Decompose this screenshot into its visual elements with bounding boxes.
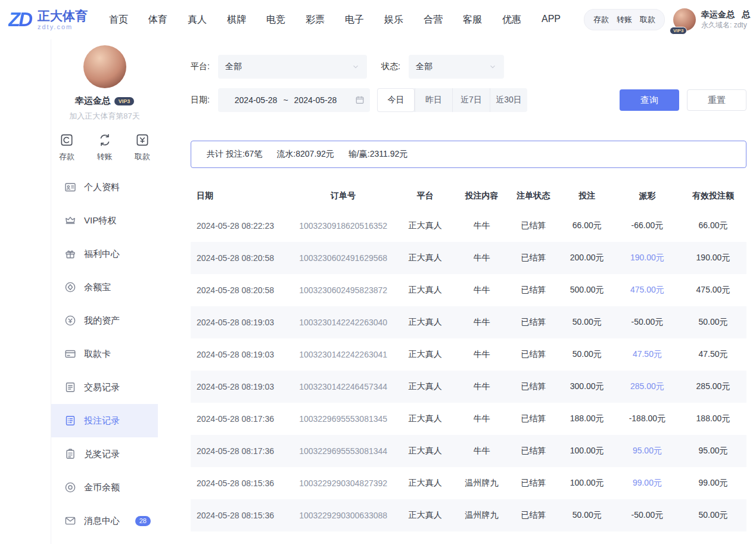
unread-count-badge: 28	[135, 516, 151, 526]
deposit-icon	[59, 132, 74, 148]
cell-payout: 190.00元	[615, 242, 680, 274]
transactions-icon	[64, 381, 76, 393]
topnav-item-棋牌[interactable]: 棋牌	[227, 14, 246, 26]
cell-order-number: 1003229695553081345	[292, 403, 395, 435]
sidebar-menu: 个人资料 VIP特权 福利中心 余额宝	[51, 170, 158, 544]
cell-platform: 正大真人	[394, 435, 456, 467]
table-row: 2024-05-28 08:15:36 1003229290304827392 …	[191, 467, 746, 499]
permanent-domain-note: 永久域名: zdty	[701, 20, 750, 30]
cell-bet-amount: 50.00元	[559, 338, 615, 371]
message-icon	[64, 515, 76, 527]
wallet-action-存款[interactable]: 存款	[593, 14, 609, 25]
sidebar-item-我的资产[interactable]: 我的资产	[51, 304, 158, 337]
sidebar-item-意见反馈[interactable]: 意见反馈	[51, 537, 158, 544]
date-range-input[interactable]: 2024-05-28 ~ 2024-05-28	[218, 88, 370, 112]
date-label: 日期:	[191, 95, 218, 105]
range-button-近7日[interactable]: 近7日	[452, 88, 490, 112]
date-separator: ~	[283, 95, 288, 105]
sidebar-item-label: 我的资产	[84, 315, 120, 327]
topnav-item-客服[interactable]: 客服	[463, 14, 482, 26]
summary-bar: 共计 投注:67笔 流水:8207.92元 输/赢:2311.92元	[191, 141, 746, 168]
bet-records-table: 日期订单号平台投注内容注单状态投注派彩有效投注额 2024-05-28 08:2…	[191, 182, 746, 531]
chevron-down-icon	[351, 63, 360, 71]
date-end: 2024-05-28	[294, 95, 337, 105]
cell-bet-content: 温州牌九	[456, 499, 508, 531]
range-button-近30日[interactable]: 近30日	[490, 88, 527, 112]
brand[interactable]: ZD 正大体育 zdty.com	[8, 8, 88, 31]
cell-date: 2024-05-28 08:19:03	[191, 338, 292, 371]
avatar[interactable]: VIP3	[673, 8, 696, 31]
sidebar-item-兑奖记录[interactable]: 兑奖记录	[51, 437, 158, 471]
cell-status: 已结算	[508, 371, 559, 403]
sidebar-item-余额宝[interactable]: 余额宝	[51, 271, 158, 304]
cell-bet-amount: 500.00元	[559, 274, 615, 306]
cell-status: 已结算	[508, 306, 559, 338]
topnav-item-电子[interactable]: 电子	[345, 14, 364, 26]
topnav-item-APP[interactable]: APP	[542, 14, 561, 26]
cell-bet-content: 牛牛	[456, 435, 508, 467]
sidebar-item-消息中心[interactable]: 消息中心 28	[51, 504, 158, 537]
sidebar-item-个人资料[interactable]: 个人资料	[51, 170, 158, 204]
topnav-item-真人[interactable]: 真人	[188, 14, 207, 26]
cell-order-number: 1003229695553081344	[292, 435, 395, 467]
table-header-cell: 派彩	[615, 182, 680, 210]
status-label: 状态:	[381, 61, 409, 72]
platform-select[interactable]: 全部	[218, 55, 367, 79]
profile-avatar	[83, 45, 126, 88]
range-button-昨日[interactable]: 昨日	[415, 88, 452, 112]
range-button-今日[interactable]: 今日	[377, 88, 415, 112]
cell-order-number: 1003230142246457344	[292, 371, 395, 403]
cell-bet-amount: 50.00元	[559, 306, 615, 338]
yuebao-icon	[64, 281, 76, 293]
cell-bet-amount: 200.00元	[559, 242, 615, 274]
topnav-item-优惠[interactable]: 优惠	[502, 14, 521, 26]
topnav-item-电竞[interactable]: 电竞	[266, 14, 285, 26]
quick-action-取款[interactable]: 取款	[135, 132, 150, 162]
cell-payout: -188.00元	[615, 403, 680, 435]
table-row: 2024-05-28 08:19:03 1003230142246457344 …	[191, 371, 746, 403]
brand-logo-icon: ZD	[8, 8, 33, 31]
sidebar-item-投注记录[interactable]: 投注记录	[51, 404, 158, 437]
date-start: 2024-05-28	[235, 95, 278, 105]
sidebar-item-取款卡[interactable]: 取款卡	[51, 337, 158, 371]
cell-bet-amount: 188.00元	[559, 403, 615, 435]
cell-order-number: 1003230142242263041	[292, 338, 395, 371]
cell-payout: -50.00元	[615, 306, 680, 338]
chevron-down-icon	[489, 63, 497, 71]
filter-row-1: 平台: 全部 状态: 全部	[191, 55, 746, 79]
cell-status: 已结算	[508, 435, 559, 467]
query-button[interactable]: 查询	[620, 89, 679, 111]
cell-bet-content: 牛牛	[456, 338, 508, 371]
user-box[interactable]: VIP3 幸运金总 总 永久域名: zdty	[673, 8, 750, 31]
topnav-item-首页[interactable]: 首页	[109, 14, 128, 26]
cell-platform: 正大真人	[394, 403, 456, 435]
quick-action-转账[interactable]: 转账	[97, 132, 113, 162]
withdraw-icon	[135, 132, 150, 148]
wallet-action-转账[interactable]: 转账	[617, 14, 632, 25]
sidebar-item-福利中心[interactable]: 福利中心	[51, 237, 158, 271]
topnav-item-彩票[interactable]: 彩票	[306, 14, 325, 26]
reset-button[interactable]: 重置	[687, 89, 746, 111]
topnav-item-体育[interactable]: 体育	[148, 14, 167, 26]
topnav-item-娱乐[interactable]: 娱乐	[384, 14, 403, 26]
summary-winloss: 输/赢:2311.92元	[349, 149, 407, 160]
cell-date: 2024-05-28 08:17:36	[191, 403, 292, 435]
table-header-cell: 订单号	[292, 182, 395, 210]
cell-platform: 正大真人	[394, 467, 456, 499]
cell-order-number: 1003230918620516352	[292, 210, 395, 242]
cell-date: 2024-05-28 08:19:03	[191, 371, 292, 403]
sidebar-item-金币余额[interactable]: 金币余额	[51, 471, 158, 504]
table-row: 2024-05-28 08:19:03 1003230142242263040 …	[191, 306, 746, 338]
quick-action-存款[interactable]: 存款	[59, 132, 74, 162]
status-select[interactable]: 全部	[409, 55, 504, 79]
cell-bet-amount: 300.00元	[559, 371, 615, 403]
wallet-action-取款[interactable]: 取款	[640, 14, 655, 25]
cell-bet-amount: 100.00元	[559, 467, 615, 499]
cell-bet-content: 牛牛	[456, 371, 508, 403]
cell-order-number: 1003230602491629568	[292, 242, 395, 274]
sidebar-item-VIP特权[interactable]: VIP特权	[51, 204, 158, 237]
cell-date: 2024-05-28 08:17:36	[191, 435, 292, 467]
sidebar-item-交易记录[interactable]: 交易记录	[51, 371, 158, 404]
table-header-row: 日期订单号平台投注内容注单状态投注派彩有效投注额	[191, 182, 746, 210]
topnav-item-合营[interactable]: 合营	[424, 14, 443, 26]
